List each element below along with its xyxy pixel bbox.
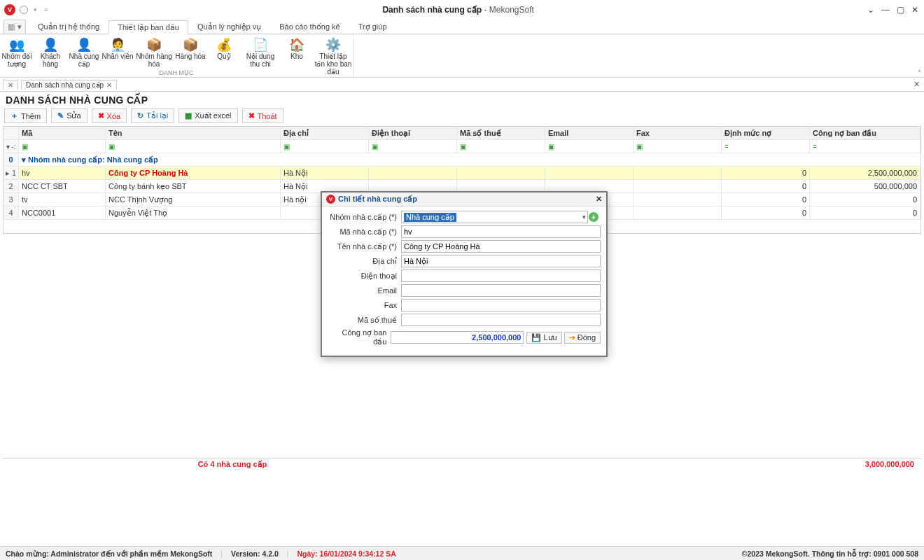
delete-button[interactable]: ✖Xóa — [92, 108, 127, 123]
dialog-title: Chi tiết nhà cung cấp — [338, 195, 417, 204]
supplier-icon: 👤 — [67, 37, 101, 52]
close-all-tabs-button[interactable]: ✕ — [913, 80, 920, 89]
label-congno: Công nợ ban đầu — [328, 328, 391, 346]
chevron-down-icon: ▾ — [582, 214, 586, 220]
status-date: Ngày: 16/01/2024 9:34:12 SA — [298, 550, 396, 558]
document-tabs: ✕ Danh sách nhà cung cấp ✕ ✕ — [0, 78, 924, 92]
email-input[interactable] — [401, 284, 601, 297]
customer-icon: 👤 — [34, 37, 67, 52]
tab-tro-giup[interactable]: Trợ giúp — [349, 20, 396, 34]
page-title: DANH SÁCH NHÀ CUNG CẤP — [0, 92, 924, 107]
close-icon[interactable]: ✕ — [8, 81, 13, 89]
doc-tab-home[interactable]: ✕ — [3, 80, 18, 90]
nhom-select[interactable]: Nhà cung cấp ▾ + — [401, 211, 588, 223]
col-email[interactable]: Email — [545, 127, 634, 139]
arrow-right-icon: ➔ — [569, 333, 575, 342]
window-title: Danh sách nhà cung cấp - MekongSoft — [49, 5, 867, 15]
col-fax[interactable]: Fax — [634, 127, 722, 139]
box-icon: 📦 — [174, 37, 207, 52]
add-group-button[interactable]: + — [589, 212, 598, 222]
diachi-input[interactable] — [401, 255, 601, 267]
label-ten: Tên nhà c.cấp (*) — [328, 242, 401, 251]
col-diachi[interactable]: Địa chỉ — [281, 127, 369, 139]
qat-overflow-icon[interactable]: ≡ — [43, 6, 49, 13]
label-diachi: Địa chỉ — [328, 257, 401, 266]
label-mst: Mã số thuế — [328, 316, 401, 325]
doc-tab-label: Danh sách nhà cung cấp — [26, 81, 104, 89]
minimize-button[interactable]: — — [881, 5, 890, 15]
ribbon-collapse-icon[interactable]: ˄ — [918, 69, 921, 77]
status-copyright: ©2023 MekongSoft. Thông tin hỗ trợ: 0901… — [742, 550, 918, 558]
label-ma: Mã nhà c.cấp (*) — [328, 227, 401, 237]
grid-footer: Có 4 nhà cung cấp 3,000,000,000 — [3, 458, 921, 470]
ma-input[interactable] — [401, 225, 601, 238]
warehouse-icon: 🏠 — [280, 37, 314, 52]
ribbon-min-icon[interactable]: ⌄ — [867, 5, 874, 15]
dialog-close-button[interactable]: ✕ — [596, 195, 602, 204]
ribbon-content: 👥Nhóm đối tượng 👤Khách hàng 👤Nhà cung cấ… — [0, 34, 924, 78]
exit-button[interactable]: ✖Thoát — [242, 108, 284, 123]
boxes-icon: 📦 — [134, 37, 174, 52]
tab-thiet-lap[interactable]: Thiết lập ban đầu — [108, 20, 188, 34]
toolbar: ＋Thêm ✎Sửa ✖Xóa ↻Tải lại ▦Xuất excel ✖Th… — [0, 107, 924, 126]
qat-unknown-button[interactable] — [20, 6, 28, 14]
doc-tab-suppliers[interactable]: Danh sách nhà cung cấp ✕ — [21, 80, 117, 90]
footer-total: 3,000,000,000 — [462, 460, 921, 469]
label-email: Email — [328, 286, 401, 295]
tab-bao-cao[interactable]: Báo cáo thống kê — [270, 20, 349, 34]
congno-input[interactable] — [391, 331, 524, 344]
table-row[interactable]: ▸ 1hvCông ty CP Hoàng HàHà Nội02,500,000… — [4, 167, 920, 180]
statusbar: Chào mừng: Administrator đến với phần mề… — [0, 546, 924, 560]
plus-icon: ＋ — [10, 111, 18, 121]
app-logo-icon: V — [326, 195, 335, 204]
fax-input[interactable] — [401, 299, 601, 312]
status-version: Version: 4.2.0 — [231, 550, 279, 558]
col-dienthoai[interactable]: Điện thoại — [369, 127, 457, 139]
ribbon-group-label: DANH MỤC — [0, 69, 353, 76]
note-icon: 📄 — [241, 37, 280, 52]
employee-icon: 🧑‍💼 — [101, 37, 134, 52]
qat-dropdown-icon[interactable]: ▾ — [32, 6, 38, 13]
pencil-icon: ✎ — [57, 111, 64, 120]
group-row[interactable]: 0 ▾ Nhóm nhà cung cấp: Nhà cung cấp — [4, 153, 920, 167]
save-button[interactable]: 💾Lưu — [526, 332, 561, 344]
excel-icon: ▦ — [185, 111, 192, 120]
exit-icon: ✖ — [248, 111, 255, 120]
status-welcome: Chào mừng: Administrator đến với phần mề… — [6, 550, 212, 558]
col-congno[interactable]: Công nợ ban đầu — [810, 127, 920, 139]
footer-count: Có 4 nhà cung cấp — [3, 460, 462, 469]
export-excel-button[interactable]: ▦Xuất excel — [178, 108, 237, 123]
app-logo-icon: V — [4, 4, 15, 15]
dienthoai-input[interactable] — [401, 270, 601, 282]
col-masothue[interactable]: Mã số thuế — [457, 127, 545, 139]
ribbon-file-button[interactable]: ▥ ▾ — [4, 20, 26, 34]
dialog-titlebar[interactable]: V Chi tiết nhà cung cấp ✕ — [322, 192, 606, 206]
save-icon: 💾 — [531, 333, 541, 342]
col-ten[interactable]: Tên — [106, 127, 281, 139]
delete-icon: ✖ — [98, 111, 104, 120]
ribbon-tabs: ▥ ▾ Quản trị hệ thống Thiết lập ban đầu … — [0, 20, 924, 34]
fund-icon: 💰 — [207, 37, 241, 52]
label-nhom: Nhóm nhà c.cấp (*) — [328, 213, 401, 222]
refresh-icon: ↻ — [137, 111, 144, 120]
grid-header: Mã Tên Địa chỉ Điện thoại Mã số thuế Ema… — [4, 127, 920, 140]
add-button[interactable]: ＋Thêm — [4, 108, 47, 123]
people-group-icon: 👥 — [0, 37, 34, 52]
close-icon[interactable]: ✕ — [106, 81, 112, 89]
tab-quan-tri[interactable]: Quản trị hệ thống — [29, 20, 108, 34]
close-button[interactable]: ✕ — [911, 5, 918, 15]
label-dienthoai: Điện thoại — [328, 272, 401, 281]
maximize-button[interactable]: ▢ — [897, 5, 904, 15]
ten-input[interactable] — [401, 240, 601, 253]
tab-quan-ly[interactable]: Quản lý nghiệp vụ — [188, 20, 270, 34]
gear-icon: ⚙️ — [314, 37, 353, 52]
label-fax: Fax — [328, 301, 401, 309]
mst-input[interactable] — [401, 314, 601, 326]
col-ma[interactable]: Mã — [19, 127, 106, 139]
titlebar: V ▾ ≡ Danh sách nhà cung cấp - MekongSof… — [0, 0, 924, 20]
close-dialog-button[interactable]: ➔Đóng — [564, 332, 601, 344]
edit-button[interactable]: ✎Sửa — [51, 108, 87, 123]
col-dinhmucno[interactable]: Định mức nợ — [722, 127, 810, 139]
grid-filter-row[interactable]: ▾ -: ▣▣▣▣▣▣▣== — [4, 140, 920, 153]
reload-button[interactable]: ↻Tải lại — [131, 108, 174, 123]
